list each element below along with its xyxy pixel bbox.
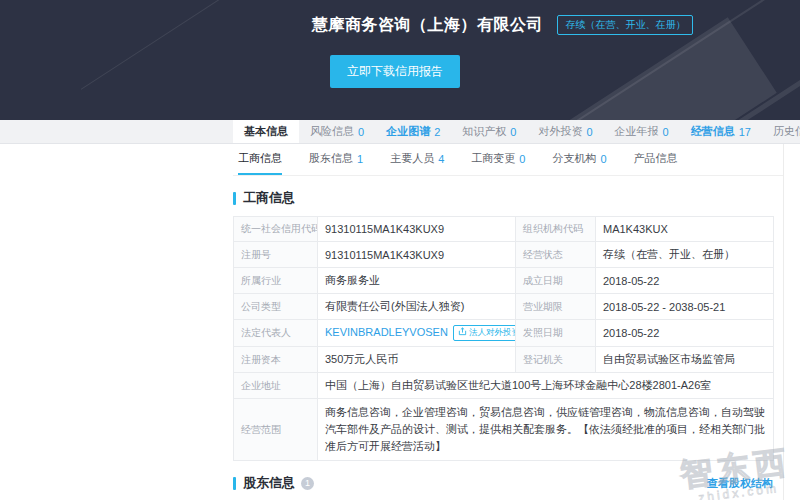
main-content: 工商信息 统一社会信用代码 91310115MA1K43KUX9 组织机构代码 … [0, 189, 800, 500]
shareholder-count-badge: 1 [301, 477, 314, 490]
table-row: 企业地址 中国（上海）自由贸易试验区世纪大道100号上海环球金融中心28楼280… [234, 373, 774, 399]
legal-representative-link[interactable]: KEVINBRADLEYVOSEN [325, 326, 448, 338]
shareholder-section-header: 股东信息 1 查看股权结构 [233, 474, 773, 492]
company-name: 慧摩商务咨询（上海）有限公司 [312, 15, 543, 36]
right-panel-divider [783, 144, 784, 500]
subtab-shareholder-info[interactable]: 股东信息1 [309, 144, 363, 175]
company-status-badge: 存续（在营、开业、在册） [557, 15, 693, 35]
section-accent-bar [233, 192, 236, 205]
subtab-product-info[interactable]: 产品信息 [634, 144, 678, 175]
section-accent-bar [233, 477, 236, 490]
external-investment-icon [458, 327, 467, 336]
tab-outbound-investment[interactable]: 对外投资0 [527, 120, 603, 143]
tab-company-graph[interactable]: 企业图谱2 [375, 120, 451, 143]
tab-operation-info[interactable]: 经营信息17 [680, 120, 762, 143]
view-equity-structure-link[interactable]: 查看股权结构 [707, 476, 773, 491]
table-row: 注册号 91310115MA1K43KUX9 经营状态 存续（在营、开业、在册） [234, 242, 774, 268]
tab-risk-info[interactable]: 风险信息0 [299, 120, 375, 143]
tab-basic-info[interactable]: 基本信息 [233, 120, 299, 143]
tab-intellectual-property[interactable]: 知识产权0 [451, 120, 527, 143]
business-info-title: 工商信息 [243, 189, 295, 207]
table-row: 统一社会信用代码 91310115MA1K43KUX9 组织机构代码 MA1K4… [234, 217, 774, 242]
main-tab-bar: 基本信息 风险信息0 企业图谱2 知识产权0 对外投资0 企业年报0 经营信息1… [0, 120, 800, 144]
tab-history-info[interactable]: 历史信息0 VIP [762, 120, 800, 143]
sub-tab-bar: 工商信息 股东信息1 主要人员4 工商变更0 分支机构0 产品信息 [233, 144, 783, 176]
page-header: 慧摩商务咨询（上海）有限公司 存续（在营、开业、在册） 立即下载信用报告 [0, 0, 800, 120]
table-row: 所属行业 商务服务业 成立日期 2018-05-22 [234, 268, 774, 294]
table-row: 经营范围 商务信息咨询，企业管理咨询，贸易信息咨询，供应链管理咨询，物流信息咨询… [234, 399, 774, 461]
business-info-section-header: 工商信息 [233, 189, 773, 207]
legal-rep-investment-badge[interactable]: 法人对外投资 [453, 325, 516, 341]
download-credit-report-button[interactable]: 立即下载信用报告 [330, 55, 460, 88]
table-row: 法定代表人 KEVINBRADLEYVOSEN法人对外投资 发照日期 2018-… [234, 320, 774, 347]
subtab-registration-changes[interactable]: 工商变更0 [471, 144, 525, 175]
table-row: 注册资本 350万元人民币 登记机关 自由贸易试验区市场监管局 [234, 347, 774, 373]
subtab-branches[interactable]: 分支机构0 [552, 144, 606, 175]
tab-annual-report[interactable]: 企业年报0 [604, 120, 680, 143]
business-info-table: 统一社会信用代码 91310115MA1K43KUX9 组织机构代码 MA1K4… [233, 216, 774, 461]
subtab-key-personnel[interactable]: 主要人员4 [390, 144, 444, 175]
shareholder-info-title: 股东信息 [243, 474, 295, 492]
subtab-registration-info[interactable]: 工商信息 [238, 144, 282, 175]
table-row: 公司类型 有限责任公司(外国法人独资) 营业期限 2018-05-22 - 20… [234, 294, 774, 320]
